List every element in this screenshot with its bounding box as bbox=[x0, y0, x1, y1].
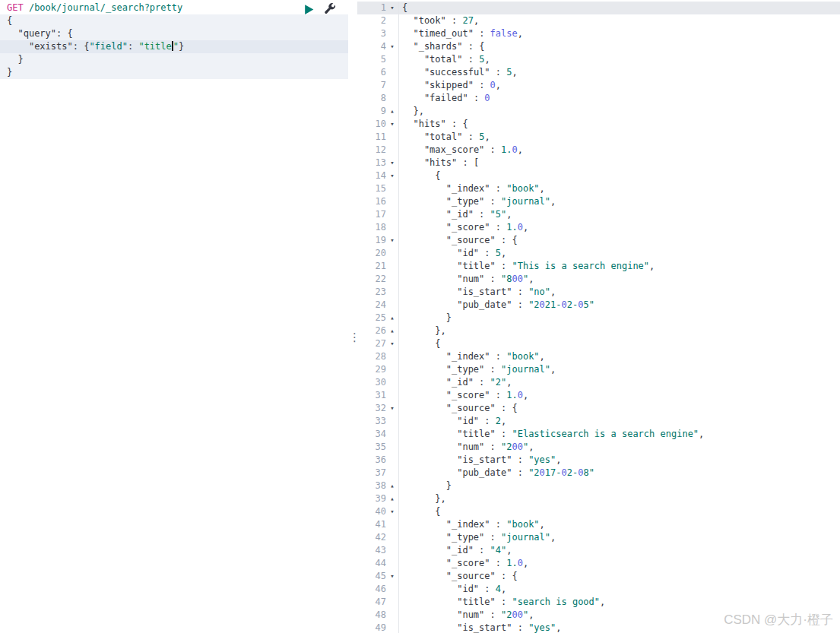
response-code-content[interactable]: "_score" : 1.0, bbox=[399, 221, 840, 234]
request-options-button[interactable] bbox=[323, 2, 337, 16]
response-line[interactable]: 21"title" : "This is a search engine", bbox=[357, 260, 840, 273]
response-line[interactable]: 22"num" : "800", bbox=[357, 273, 840, 286]
response-code-content[interactable]: "total" : 5, bbox=[399, 131, 840, 144]
response-line[interactable]: 19▾"_source" : { bbox=[357, 234, 840, 247]
response-code-content[interactable]: "pub_date" : "2021-02-05" bbox=[399, 299, 840, 312]
fold-close-icon[interactable]: ▴ bbox=[386, 312, 398, 324]
request-line[interactable]: } bbox=[0, 66, 348, 79]
response-line[interactable]: 15"_index" : "book", bbox=[357, 182, 840, 195]
response-line[interactable]: 27▾{ bbox=[357, 337, 840, 350]
fold-close-icon[interactable]: ▴ bbox=[386, 492, 398, 505]
fold-open-icon[interactable]: ▾ bbox=[386, 157, 398, 169]
response-code-content[interactable]: "total" : 5, bbox=[399, 53, 840, 66]
response-code-content[interactable]: "_type" : "journal", bbox=[399, 531, 840, 544]
response-code-content[interactable]: "_source" : { bbox=[399, 402, 840, 415]
response-code-content[interactable]: "title" : "This is a search engine", bbox=[399, 260, 840, 273]
response-line[interactable]: 32▾"_source" : { bbox=[357, 402, 840, 415]
response-line[interactable]: 6"successful" : 5, bbox=[357, 66, 840, 79]
response-code-content[interactable]: }, bbox=[399, 492, 840, 505]
response-code-content[interactable]: "id" : 4, bbox=[399, 583, 840, 596]
request-line[interactable]: GET /book/journal/_search?pretty bbox=[0, 2, 348, 14]
response-line[interactable]: 8"failed" : 0 bbox=[357, 92, 840, 105]
response-code-content[interactable]: "_index" : "book", bbox=[399, 182, 840, 195]
response-code-content[interactable]: "_id" : "4", bbox=[399, 544, 840, 557]
send-request-button[interactable] bbox=[303, 3, 316, 17]
response-code-content[interactable]: { bbox=[399, 2, 840, 14]
response-code-content[interactable]: "_id" : "5", bbox=[399, 208, 840, 221]
response-code-content[interactable]: "_source" : { bbox=[399, 234, 840, 247]
response-line[interactable]: 11"total" : 5, bbox=[357, 131, 840, 144]
response-line[interactable]: 4▾"_shards" : { bbox=[357, 40, 840, 53]
response-code-content[interactable]: "_score" : 1.0, bbox=[399, 389, 840, 402]
response-code-content[interactable]: "title" : "search is good", bbox=[399, 596, 840, 609]
response-code-content[interactable]: "hits" : { bbox=[399, 118, 840, 131]
request-editor[interactable]: GET /book/journal/_search?pretty{ "query… bbox=[0, 0, 348, 633]
response-line[interactable]: 31"_score" : 1.0, bbox=[357, 389, 840, 402]
response-line[interactable]: 25▴} bbox=[357, 312, 840, 324]
response-code-content[interactable]: } bbox=[399, 312, 840, 324]
response-code-content[interactable]: "_type" : "journal", bbox=[399, 363, 840, 376]
fold-close-icon[interactable]: ▴ bbox=[386, 479, 398, 492]
response-line[interactable]: 40▾{ bbox=[357, 505, 840, 518]
response-line[interactable]: 1▾{ bbox=[357, 2, 840, 14]
response-code-content[interactable]: { bbox=[399, 169, 840, 182]
response-code-content[interactable]: "failed" : 0 bbox=[399, 92, 840, 105]
response-line[interactable]: 35"num" : "200", bbox=[357, 441, 840, 454]
response-code-content[interactable]: "timed_out" : false, bbox=[399, 27, 840, 40]
request-line[interactable]: "exists": {"field": "title"} bbox=[0, 40, 348, 53]
fold-open-icon[interactable]: ▾ bbox=[386, 505, 398, 518]
response-code-content[interactable]: "id" : 2, bbox=[399, 415, 840, 428]
response-line[interactable]: 23"is_start" : "no", bbox=[357, 286, 840, 299]
response-code-content[interactable]: "took" : 27, bbox=[399, 14, 840, 27]
response-code-content[interactable]: "title" : "Elasticsearch is a search eng… bbox=[399, 428, 840, 441]
response-line[interactable]: 34"title" : "Elasticsearch is a search e… bbox=[357, 428, 840, 441]
response-line[interactable]: 17"_id" : "5", bbox=[357, 208, 840, 221]
response-code-content[interactable]: "_type" : "journal", bbox=[399, 195, 840, 208]
response-line[interactable]: 20"id" : 5, bbox=[357, 247, 840, 260]
response-line[interactable]: 26▴}, bbox=[357, 324, 840, 337]
response-line[interactable]: 9▴}, bbox=[357, 105, 840, 118]
fold-open-icon[interactable]: ▾ bbox=[386, 402, 398, 415]
fold-open-icon[interactable]: ▾ bbox=[386, 169, 398, 182]
fold-close-icon[interactable]: ▴ bbox=[386, 105, 398, 118]
fold-open-icon[interactable]: ▾ bbox=[386, 337, 398, 350]
response-code-content[interactable]: "skipped" : 0, bbox=[399, 79, 840, 92]
response-line[interactable]: 16"_type" : "journal", bbox=[357, 195, 840, 208]
response-code-content[interactable]: }, bbox=[399, 105, 840, 118]
response-line[interactable]: 42"_type" : "journal", bbox=[357, 531, 840, 544]
response-viewer[interactable]: 1▾{2"took" : 27,3"timed_out" : false,4▾"… bbox=[357, 0, 840, 633]
response-line[interactable]: 13▾"hits" : [ bbox=[357, 157, 840, 169]
request-line[interactable]: } bbox=[0, 53, 348, 66]
response-line[interactable]: 38▴} bbox=[357, 479, 840, 492]
request-line[interactable]: "query": { bbox=[0, 27, 348, 40]
response-line[interactable]: 10▾"hits" : { bbox=[357, 118, 840, 131]
response-line[interactable]: 14▾{ bbox=[357, 169, 840, 182]
response-code-content[interactable]: "is_start" : "no", bbox=[399, 286, 840, 299]
response-line[interactable]: 44"_score" : 1.0, bbox=[357, 557, 840, 570]
response-code-content[interactable]: "_id" : "2", bbox=[399, 376, 840, 389]
response-code-content[interactable]: }, bbox=[399, 324, 840, 337]
response-line[interactable]: 30"_id" : "2", bbox=[357, 376, 840, 389]
fold-open-icon[interactable]: ▾ bbox=[386, 570, 398, 583]
response-line[interactable]: 24"pub_date" : "2021-02-05" bbox=[357, 299, 840, 312]
response-code-content[interactable]: "_score" : 1.0, bbox=[399, 557, 840, 570]
response-line[interactable]: 2"took" : 27, bbox=[357, 14, 840, 27]
response-line[interactable]: 41"_index" : "book", bbox=[357, 518, 840, 531]
fold-open-icon[interactable]: ▾ bbox=[386, 2, 398, 14]
fold-open-icon[interactable]: ▾ bbox=[386, 40, 398, 53]
response-line[interactable]: 28"_index" : "book", bbox=[357, 350, 840, 363]
fold-open-icon[interactable]: ▾ bbox=[386, 234, 398, 247]
response-line[interactable]: 43"_id" : "4", bbox=[357, 544, 840, 557]
response-line[interactable]: 18"_score" : 1.0, bbox=[357, 221, 840, 234]
response-line[interactable]: 12"max_score" : 1.0, bbox=[357, 144, 840, 157]
response-line[interactable]: 29"_type" : "journal", bbox=[357, 363, 840, 376]
response-code-content[interactable]: "num" : "200", bbox=[399, 441, 840, 454]
response-line[interactable]: 45▾"_source" : { bbox=[357, 570, 840, 583]
response-code-content[interactable]: "id" : 5, bbox=[399, 247, 840, 260]
fold-open-icon[interactable]: ▾ bbox=[386, 118, 398, 131]
response-line[interactable]: 36"is_start" : "yes", bbox=[357, 454, 840, 467]
response-line[interactable]: 7"skipped" : 0, bbox=[357, 79, 840, 92]
response-line[interactable]: 5"total" : 5, bbox=[357, 53, 840, 66]
response-code-content[interactable]: "pub_date" : "2017-02-08" bbox=[399, 467, 840, 479]
response-code-content[interactable]: "_index" : "book", bbox=[399, 518, 840, 531]
